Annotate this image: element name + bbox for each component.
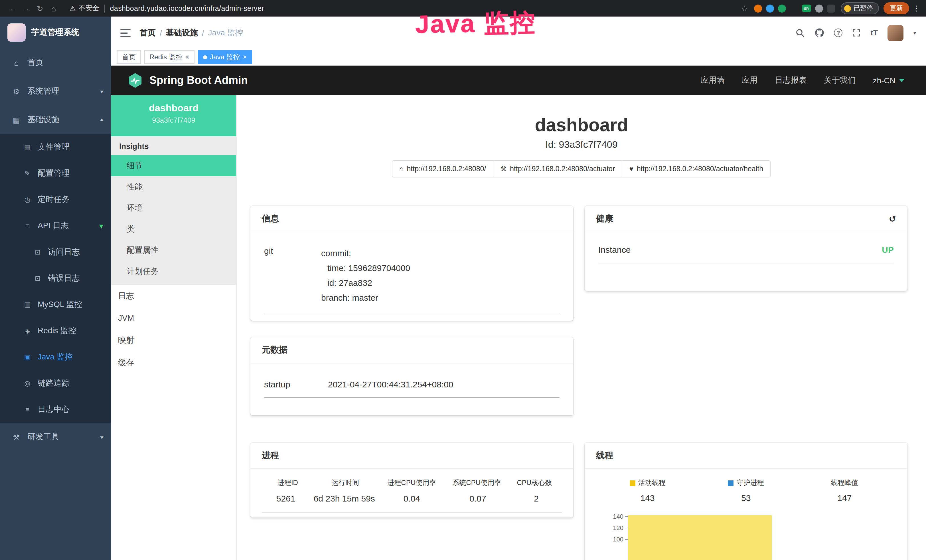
- fullscreen-icon[interactable]: [852, 29, 861, 37]
- sidebar-item-log-center[interactable]: ≡ 日志中心: [0, 397, 111, 423]
- bookmark-star-icon[interactable]: ☆: [741, 4, 748, 13]
- browser-menu-icon[interactable]: ⋮: [912, 4, 921, 12]
- sba-item-jvm[interactable]: JVM: [111, 307, 236, 329]
- page-title: dashboard: [237, 115, 926, 136]
- security-indicator[interactable]: ⚠ 不安全: [70, 3, 99, 13]
- sba-nav-journal[interactable]: 日志报表: [775, 75, 807, 86]
- tab-label: Redis 监控: [150, 52, 183, 62]
- sidebar-item-access-log[interactable]: ⊡ 访问日志: [0, 239, 111, 265]
- extension-icon[interactable]: [778, 4, 786, 12]
- avatar-caret-icon[interactable]: ▾: [914, 30, 916, 36]
- sidebar-item-api-log[interactable]: ≡ API 日志 ▾: [0, 213, 111, 239]
- doc-icon: ⊡: [33, 248, 42, 256]
- home-icon: ⌂: [11, 59, 21, 67]
- user-avatar[interactable]: [888, 25, 904, 41]
- info-card: 信息 git commit: time: 1596289704000: [250, 206, 573, 321]
- sidebar-item-trace[interactable]: ◎ 链路追踪: [0, 370, 111, 397]
- log-icon: ≡: [23, 406, 32, 414]
- tab-home[interactable]: 首页: [117, 50, 141, 64]
- breadcrumb-section[interactable]: 基础设施: [166, 28, 198, 38]
- browser-home-icon[interactable]: ⌂: [47, 4, 61, 13]
- tab-close-icon[interactable]: ×: [243, 54, 247, 61]
- sidebar-item-error-log[interactable]: ⊡ 错误日志: [0, 265, 111, 292]
- sidebar-item-devtools[interactable]: ⚒ 研发工具 ▾: [0, 423, 111, 451]
- health-card: 健康 ↺ Instance UP: [585, 206, 908, 291]
- instance-links: ⌂ http://192.168.0.2:48080/ ⚒ http://192…: [237, 160, 926, 177]
- search-icon[interactable]: [796, 28, 805, 37]
- process-cpu: 0.04: [379, 493, 445, 503]
- sidebar-item-config[interactable]: ✎ 配置管理: [0, 160, 111, 186]
- app-title: 芋道管理系统: [31, 27, 79, 38]
- sba-item-logs[interactable]: 日志: [111, 285, 236, 307]
- extension-icon[interactable]: [754, 4, 762, 12]
- tab-java[interactable]: Java 监控 ×: [198, 50, 252, 64]
- chevron-down-icon: ▾: [100, 88, 103, 94]
- health-row[interactable]: Instance UP: [598, 232, 894, 264]
- sidebar-item-home[interactable]: ⌂ 首页: [0, 48, 111, 77]
- breadcrumb-home[interactable]: 首页: [140, 28, 156, 38]
- sba-brand[interactable]: Spring Boot Admin: [127, 73, 248, 88]
- github-icon[interactable]: [814, 28, 824, 38]
- process-card: 进程 进程ID 运行时间 进程CPU使用率 系统CPU使用率: [250, 443, 573, 518]
- sidebar-item-java[interactable]: ▣ Java 监控: [0, 344, 111, 370]
- sba-item-environment[interactable]: 环境: [111, 197, 236, 218]
- threads-card: 线程 活动线程 143: [585, 443, 908, 560]
- paused-badge[interactable]: 已暂停: [840, 2, 879, 14]
- threads-chart: 140 120 100: [598, 511, 894, 560]
- sba-item-classes[interactable]: 类: [111, 218, 236, 240]
- sba-nav-applications[interactable]: 应用: [742, 75, 758, 86]
- chevron-down-icon: ▾: [100, 434, 103, 440]
- log-icon: ≡: [23, 222, 32, 230]
- tab-redis[interactable]: Redis 监控 ×: [144, 50, 195, 64]
- sidebar-item-label: 研发工具: [27, 432, 100, 442]
- sba-frame: Spring Boot Admin 应用墙 应用 日志报表 关于我们 zh-CN: [111, 66, 926, 560]
- sba-item-scheduled-tasks[interactable]: 计划任务: [111, 261, 236, 282]
- sidebar-item-infra[interactable]: ▦ 基础设施 ▾: [0, 106, 111, 134]
- extension-icon[interactable]: [815, 4, 823, 12]
- extension-icon[interactable]: [827, 4, 835, 12]
- sidebar-item-file[interactable]: ▤ 文件管理: [0, 134, 111, 160]
- help-icon[interactable]: ?: [834, 29, 843, 37]
- back-icon[interactable]: ←: [6, 4, 20, 13]
- sidebar-item-label: 配置管理: [38, 168, 103, 179]
- url-text[interactable]: dashboard.yudao.iocoder.cn/infra/admin-s…: [110, 4, 264, 12]
- sba-nav-about[interactable]: 关于我们: [824, 75, 856, 86]
- sba-item-config-props[interactable]: 配置属性: [111, 240, 236, 261]
- sidebar-item-redis[interactable]: ◈ Redis 监控: [0, 318, 111, 344]
- link-actuator-url[interactable]: ⚒ http://192.168.0.2:48080/actuator: [493, 160, 622, 177]
- locale-selector[interactable]: zh-CN: [873, 76, 905, 85]
- logo-row[interactable]: 芋道管理系统: [0, 17, 111, 48]
- file-icon: ▤: [23, 143, 32, 151]
- sba-item-mappings[interactable]: 映射: [111, 329, 236, 351]
- insights-label: Insights: [111, 136, 236, 155]
- eye-icon: ◎: [23, 380, 32, 387]
- tab-close-icon[interactable]: ×: [185, 54, 189, 61]
- sidebar-item-job[interactable]: ◷ 定时任务: [0, 186, 111, 213]
- sidebar-item-label: 系统管理: [27, 86, 100, 97]
- extension-icon[interactable]: [766, 4, 774, 12]
- font-size-icon[interactable]: tT: [870, 29, 878, 37]
- history-icon[interactable]: ↺: [889, 214, 896, 224]
- sidebar-item-system[interactable]: ⚙ 系统管理 ▾: [0, 77, 111, 106]
- edit-icon: ✎: [23, 170, 32, 177]
- sba-item-details[interactable]: 细节: [111, 155, 236, 176]
- tab-label: Java 监控: [210, 52, 240, 62]
- logo-avatar: [8, 23, 26, 42]
- sba-item-caches[interactable]: 缓存: [111, 351, 236, 374]
- extension-icon[interactable]: on: [802, 5, 811, 12]
- instance-header[interactable]: dashboard 93a3fc7f7409: [111, 95, 236, 136]
- update-button[interactable]: 更新: [884, 2, 909, 14]
- redis-icon: ◈: [23, 327, 32, 335]
- link-service-url[interactable]: ⌂ http://192.168.0.2:48080/: [392, 160, 494, 177]
- reload-icon[interactable]: ↻: [33, 4, 47, 13]
- health-instance-label: Instance: [598, 245, 631, 254]
- heart-icon: ♥: [629, 165, 633, 173]
- link-health-url[interactable]: ♥ http://192.168.0.2:48080/actuator/heal…: [622, 160, 770, 177]
- sidebar-item-mysql[interactable]: ▥ MySQL 监控: [0, 292, 111, 318]
- hamburger-icon[interactable]: [120, 29, 131, 37]
- forward-icon[interactable]: →: [20, 4, 33, 13]
- card-title: 进程: [262, 450, 279, 461]
- sba-nav-wall[interactable]: 应用墙: [701, 75, 725, 86]
- chevron-up-icon: ▾: [100, 117, 103, 123]
- sba-item-performance[interactable]: 性能: [111, 176, 236, 197]
